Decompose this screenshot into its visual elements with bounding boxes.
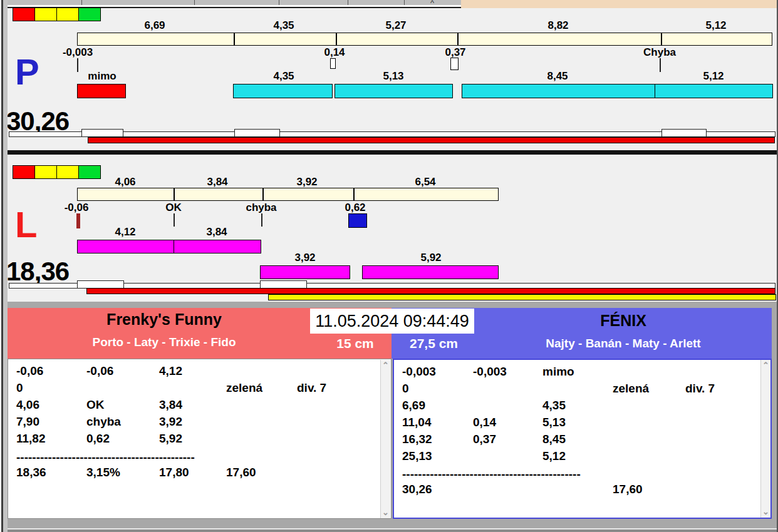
- table-row: 25,135,12: [394, 449, 770, 464]
- toolbar-divider: [279, 0, 279, 5]
- p-event-label: -0,003: [53, 46, 103, 58]
- p-track-marker: [234, 129, 280, 137]
- status-square-red: [13, 8, 35, 21]
- p-event-label: 0,37: [430, 46, 480, 58]
- p-progress-bar-red: [88, 137, 775, 143]
- table-row: 0zelenádiv. 7: [8, 381, 391, 396]
- p-event-label: Chyba: [635, 46, 685, 58]
- p-event-tick: [660, 58, 661, 72]
- p-run-bar: [655, 84, 773, 98]
- p-event-label: 0,14: [309, 46, 360, 58]
- l-run-bar: [362, 265, 499, 279]
- results-left-box: -0,06-0,064,12 0zelenádiv. 7 4,06OK3,84 …: [8, 359, 392, 519]
- toolbar-strip[interactable]: [8, 0, 461, 5]
- timeline-divider: [457, 33, 459, 45]
- table-row: -0,06-0,064,12: [8, 364, 391, 379]
- table-divider-dashes: ----------------------------------------…: [8, 451, 391, 466]
- p-run-label: mimo: [77, 70, 127, 82]
- status-square-green: [78, 165, 101, 179]
- scroll-down-icon[interactable]: ⌄: [761, 508, 770, 516]
- timeline-divider: [174, 188, 175, 200]
- p-split-label: 5,27: [371, 19, 421, 31]
- p-run-bar: [335, 84, 453, 98]
- p-track-line: [9, 131, 775, 137]
- table-row: 16,320,378,45: [394, 432, 770, 448]
- p-track-marker: [661, 129, 707, 137]
- p-lane-letter: P: [15, 54, 39, 90]
- timeline-divider: [336, 33, 337, 45]
- status-square-green: [78, 8, 101, 21]
- table-row: 7,90chyba3,92: [8, 415, 391, 430]
- team-left-category: 15 cm: [321, 336, 390, 351]
- table-summary-row: 18,363,15%17,8017,60: [8, 466, 391, 481]
- table-divider-dashes: ----------------------------------------…: [394, 468, 770, 483]
- l-run-label: 4,12: [100, 226, 150, 238]
- l-event-marker-blue: [348, 213, 367, 228]
- l-total-time: 18,36: [6, 258, 69, 285]
- p-run-label: 4,35: [259, 70, 309, 82]
- p-run-label: 5,12: [688, 70, 739, 82]
- team-left-title: Frenky's Funny: [8, 310, 321, 329]
- p-run-bar: [462, 84, 656, 98]
- p-track-marker: [81, 129, 123, 137]
- p-run-bar: [233, 84, 333, 98]
- l-event-tick: [261, 213, 262, 227]
- scroll-up-icon[interactable]: ⌃: [761, 361, 770, 370]
- status-square-yellow-1: [34, 165, 57, 179]
- p-run-bar-mimo: [77, 84, 126, 98]
- p-split-timeline-bar: [77, 33, 772, 46]
- table-row: 11,820,625,92: [8, 432, 391, 447]
- team-right-category: 27,5 cm: [398, 336, 470, 351]
- bottom-strip-dark: [0, 529, 778, 532]
- scroll-down-icon[interactable]: ⌄: [381, 508, 390, 517]
- p-split-label: 6,69: [130, 19, 180, 31]
- table-row: 11,040,145,13: [394, 416, 770, 431]
- team-right-title: FÉNIX: [467, 312, 778, 330]
- p-split-label: 4,35: [259, 19, 309, 31]
- scroll-up-icon[interactable]: ⌃: [381, 361, 390, 370]
- status-square-red: [13, 165, 35, 179]
- team-left-members: Porto - Laty - Trixie - Fido: [8, 335, 321, 349]
- status-square-yellow-2: [56, 8, 79, 21]
- p-run-label: 5,13: [368, 70, 418, 82]
- table-row: 6,694,35: [394, 399, 770, 414]
- l-split-label: 4,06: [100, 176, 150, 188]
- l-progress-bar-red: [86, 288, 775, 294]
- panel-separator: [5, 150, 778, 155]
- table-row: -0,003-0,003mimo: [394, 365, 770, 380]
- datetime-box: 11.05.2024 09:44:49: [310, 309, 474, 334]
- toolbar-divider: [404, 0, 405, 5]
- toolbar-divider: [194, 0, 195, 5]
- timeline-divider: [262, 188, 264, 200]
- team-right-members: Najty - Banán - Maty - Arlett: [467, 337, 778, 350]
- right-scrollbar[interactable]: ⌃ ⌄: [760, 360, 770, 518]
- l-run-label: 3,92: [280, 252, 330, 263]
- results-right-box: -0,003-0,003mimo 0zelenádiv. 7 6,694,35 …: [393, 359, 772, 519]
- table-row: 0zelenádiv. 7: [394, 382, 770, 397]
- l-event-marker-darkred: [76, 213, 80, 228]
- l-run-bar: [174, 240, 261, 253]
- l-event-label: -0,06: [51, 202, 101, 213]
- l-lane-letter: L: [15, 207, 37, 243]
- p-event-marker: [450, 58, 459, 70]
- status-square-yellow-2: [56, 165, 79, 179]
- l-event-label: chyba: [236, 202, 286, 213]
- datetime-text: 11.05.2024 09:44:49: [310, 312, 474, 331]
- left-scrollbar[interactable]: ⌃ ⌄: [380, 360, 390, 518]
- l-progress-bar-yellow: [268, 294, 776, 300]
- toolbar-divider: [348, 0, 348, 5]
- p-split-label: 5,12: [691, 19, 741, 31]
- l-split-timeline-bar: [77, 188, 499, 201]
- l-run-label: 3,84: [192, 226, 242, 238]
- table-row: 4,06OK3,84: [8, 398, 391, 413]
- p-event-marker: [330, 58, 336, 69]
- window-frame-left-grey: [3, 0, 8, 532]
- l-event-tick: [174, 213, 175, 227]
- l-split-label: 3,92: [282, 176, 332, 188]
- p-split-label: 8,82: [533, 19, 583, 31]
- caret-icon[interactable]: ^: [426, 0, 438, 7]
- p-run-label: 8,45: [532, 70, 583, 82]
- toolbar-divider: [81, 0, 82, 5]
- table-summary-row: 30,2617,60: [394, 483, 770, 498]
- background-window-edge: [461, 0, 778, 8]
